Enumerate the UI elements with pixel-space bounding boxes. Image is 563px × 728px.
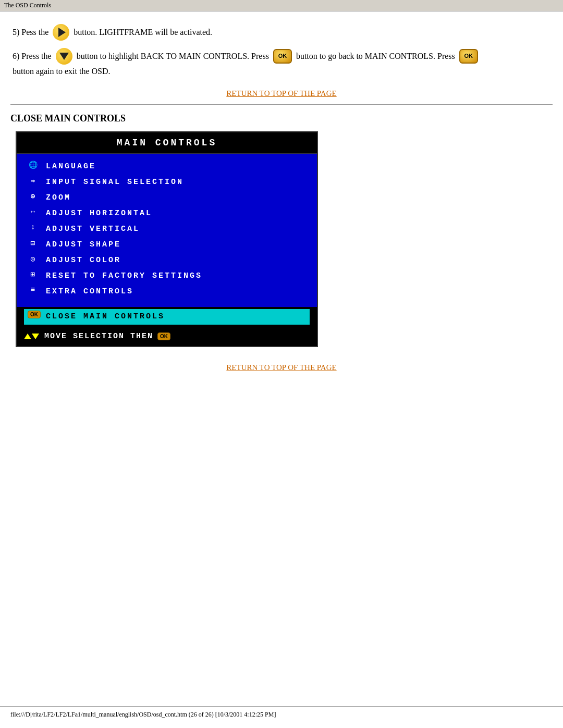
osd-reset-icon: ⊞ <box>26 270 41 282</box>
play-button-icon <box>53 24 69 41</box>
return-to-top-link-2[interactable]: RETURN TO TOP OF THE PAGE <box>226 363 336 372</box>
osd-zoom-icon: ⊕ <box>26 192 41 204</box>
step6-mid1: button to highlight BACK TO MAIN CONTROL… <box>77 50 269 63</box>
osd-footer: MOVE SELECTION THEN OK <box>17 327 317 346</box>
osd-item-language: 🌐 LANGUAGE <box>24 159 310 175</box>
osd-shape-label: ADJUST SHAPE <box>46 240 121 249</box>
step6-line: 6) Press the button to highlight BACK TO… <box>10 48 553 78</box>
osd-shape-icon: ⊟ <box>26 239 41 251</box>
section-divider <box>10 104 553 105</box>
top-bar-title: The OSD Controls <box>4 2 51 9</box>
osd-reset-label: RESET TO FACTORY SETTINGS <box>46 272 202 280</box>
osd-zoom-label: ZOOM <box>46 193 71 202</box>
osd-input-icon: ⇒ <box>26 176 41 189</box>
osd-vertical-label: ADJUST VERTICAL <box>46 225 140 233</box>
content-area: 5) Pess the button. LIGHTFRAME will be a… <box>0 11 563 393</box>
osd-extra-label: EXTRA CONTROLS <box>46 287 133 296</box>
osd-close-ok-icon: OK <box>26 311 41 323</box>
osd-color-label: ADJUST COLOR <box>46 256 121 265</box>
top-bar: The OSD Controls <box>0 0 563 11</box>
step5-suffix: button. LIGHTFRAME will be activated. <box>74 26 212 39</box>
osd-item-vertical: ↕ ADJUST VERTICAL <box>24 221 310 237</box>
osd-vertical-icon: ↕ <box>26 223 41 236</box>
return-link-wrap-2: RETURN TO TOP OF THE PAGE <box>10 363 553 372</box>
osd-item-horizontal: ↔ ADJUST HORIZONTAL <box>24 206 310 221</box>
osd-item-zoom: ⊕ ZOOM <box>24 190 310 206</box>
return-to-top-link-1[interactable]: RETURN TO TOP OF THE PAGE <box>226 89 336 97</box>
osd-header: MAIN CONTROLS <box>17 132 317 154</box>
osd-language-label: LANGUAGE <box>46 162 96 171</box>
footer-ok-icon: OK <box>157 332 170 340</box>
step6-suffix: button again to exit the OSD. <box>13 65 111 78</box>
step6-mid2: button to go back to MAIN CONTROLS. Pres… <box>296 50 455 63</box>
ok-button-icon-1 <box>273 49 292 64</box>
step5-prefix: 5) Pess the <box>13 26 48 39</box>
osd-extra-icon: ≡ <box>26 286 41 298</box>
osd-item-color: ◎ ADJUST COLOR <box>24 253 310 268</box>
osd-input-label: INPUT SIGNAL SELECTION <box>46 178 183 187</box>
ok-button-icon-2 <box>459 49 478 64</box>
osd-display: MAIN CONTROLS 🌐 LANGUAGE ⇒ INPUT SIGNAL … <box>16 131 318 347</box>
page-footer: file:///D|/rita/LF2/LF2/LFa1/multi_manua… <box>0 706 563 723</box>
page-footer-text: file:///D|/rita/LF2/LF2/LFa1/multi_manua… <box>10 711 276 718</box>
down-button-icon <box>56 48 72 65</box>
osd-close-label: CLOSE MAIN CONTROLS <box>46 312 165 321</box>
close-main-controls-heading: CLOSE MAIN CONTROLS <box>10 113 553 124</box>
osd-menu: 🌐 LANGUAGE ⇒ INPUT SIGNAL SELECTION ⊕ ZO… <box>17 154 317 307</box>
osd-item-reset: ⊞ RESET TO FACTORY SETTINGS <box>24 268 310 284</box>
step6-prefix: 6) Press the <box>13 50 52 63</box>
osd-item-shape: ⊟ ADJUST SHAPE <box>24 237 310 253</box>
osd-language-icon: 🌐 <box>26 161 41 173</box>
step5-line: 5) Pess the button. LIGHTFRAME will be a… <box>10 24 553 41</box>
nav-up-icon <box>24 334 31 339</box>
osd-selected-row-wrap: OK CLOSE MAIN CONTROLS <box>17 307 317 327</box>
return-link-wrap-1: RETURN TO TOP OF THE PAGE <box>10 89 553 98</box>
osd-color-icon: ◎ <box>26 254 41 267</box>
osd-footer-text: MOVE SELECTION THEN <box>44 332 153 341</box>
osd-item-input: ⇒ INPUT SIGNAL SELECTION <box>24 175 310 190</box>
osd-item-extra: ≡ EXTRA CONTROLS <box>24 284 310 300</box>
osd-horizontal-label: ADJUST HORIZONTAL <box>46 209 152 218</box>
nav-down-icon <box>32 334 39 339</box>
osd-horizontal-icon: ↔ <box>26 207 41 220</box>
osd-item-close: OK CLOSE MAIN CONTROLS <box>24 309 310 325</box>
footer-nav-icons <box>24 334 39 339</box>
